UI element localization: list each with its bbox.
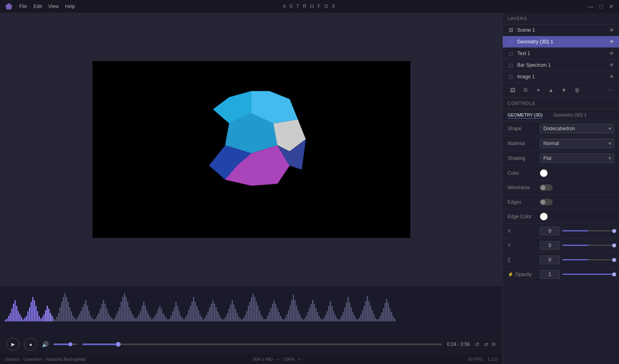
minimize-button[interactable]: — bbox=[588, 4, 593, 9]
layer-settings-button[interactable]: ✦ bbox=[533, 85, 543, 95]
waveform-bar bbox=[60, 307, 61, 321]
shading-select[interactable]: Flat Smooth None bbox=[540, 153, 614, 163]
move-layer-down-button[interactable]: ▼ bbox=[559, 85, 569, 95]
waveform-bar bbox=[236, 313, 238, 321]
move-layer-up-button[interactable]: ▲ bbox=[546, 85, 556, 95]
layer-barspectrum1[interactable]: ▢ Bar Spectrum 1 👁 bbox=[503, 59, 619, 71]
waveform-bar bbox=[243, 318, 244, 321]
material-select[interactable]: Normal Lambert Phong Standard bbox=[540, 139, 614, 148]
zoom-plus-btn[interactable]: + bbox=[298, 357, 300, 362]
waveform-bar bbox=[16, 306, 17, 321]
waveform-bar bbox=[64, 293, 66, 321]
opacity-input[interactable] bbox=[540, 270, 560, 279]
stop-button[interactable]: ■ bbox=[24, 338, 37, 351]
menu-edit[interactable]: Edit bbox=[33, 4, 42, 9]
waveform-bar bbox=[238, 317, 239, 321]
waveform-bar bbox=[307, 312, 308, 321]
tab-geometry3d[interactable]: GEOMETRY (3D) bbox=[508, 112, 543, 119]
x-slider[interactable] bbox=[562, 230, 614, 231]
waveform-bar bbox=[388, 303, 389, 321]
edges-toggle[interactable] bbox=[540, 199, 553, 205]
wireframe-toggle[interactable] bbox=[540, 184, 553, 191]
waveform-bar bbox=[68, 302, 69, 321]
waveform-bar bbox=[53, 318, 54, 321]
loop-button[interactable]: ↺ bbox=[475, 341, 479, 348]
duplicate-layer-button[interactable]: ⧉ bbox=[520, 85, 530, 95]
controls-header: CONTROLS bbox=[503, 98, 619, 109]
waveform-bar bbox=[19, 314, 21, 321]
waveform-bar bbox=[24, 318, 25, 321]
layers-section: LAYERS 🖼 Scene 1 👁 ⬡ Geometry (3D) 1 👁 ▢… bbox=[503, 13, 619, 98]
layer-scene1-visibility[interactable]: 👁 bbox=[609, 27, 614, 33]
waveform-bar bbox=[331, 306, 333, 321]
waveform-bar bbox=[148, 314, 149, 321]
volume-icon[interactable]: 🔊 bbox=[42, 341, 49, 348]
layer-image1-visibility[interactable]: 👁 bbox=[609, 74, 614, 80]
waveform-bar bbox=[84, 304, 85, 321]
waveform-bar bbox=[228, 309, 230, 321]
waveform-bar bbox=[55, 319, 56, 321]
layer-image1[interactable]: ▢ Image 1 👁 bbox=[503, 71, 619, 83]
status-center: 854 x 480 — 100% + bbox=[253, 357, 300, 362]
waveform-bar bbox=[122, 297, 123, 321]
edge-color-swatch[interactable] bbox=[540, 213, 548, 221]
shading-select-wrapper: Flat Smooth None bbox=[540, 153, 614, 163]
close-button[interactable]: ✕ bbox=[609, 4, 614, 9]
status-bar: Various - Unwritten - Natasha Bedingfiel… bbox=[0, 354, 502, 364]
waveform-bar bbox=[92, 318, 93, 321]
opacity-slider[interactable] bbox=[562, 274, 614, 275]
waveform-bar bbox=[364, 306, 365, 321]
waveform-bar bbox=[106, 309, 107, 321]
layer-text1-visibility[interactable]: 👁 bbox=[609, 51, 614, 56]
waveform-bar bbox=[162, 313, 164, 321]
waveform-bar bbox=[311, 304, 312, 321]
waveform-bar bbox=[230, 305, 231, 321]
menu-file[interactable]: File bbox=[19, 4, 27, 9]
waveform-bar bbox=[322, 319, 323, 321]
tab-geometry3d1[interactable]: Geometry (3D) 1 bbox=[553, 112, 586, 119]
y-slider[interactable] bbox=[562, 245, 614, 246]
shape-select[interactable]: Dodecahedron Cube Sphere Icosahedron bbox=[540, 124, 614, 133]
menu-view[interactable]: View bbox=[48, 4, 59, 9]
color-swatch[interactable] bbox=[540, 169, 548, 177]
x-control bbox=[540, 227, 614, 235]
playback-settings-icon[interactable]: ⚙ bbox=[491, 342, 496, 347]
layer-scene1[interactable]: 🖼 Scene 1 👁 bbox=[503, 25, 619, 36]
progress-slider[interactable] bbox=[82, 344, 442, 345]
waveform-bar bbox=[190, 306, 191, 321]
controls-tabs: GEOMETRY (3D) · Geometry (3D) 1 bbox=[503, 109, 619, 121]
waveform-bar bbox=[108, 313, 109, 321]
layer-geometry3d1[interactable]: ⬡ Geometry (3D) 1 👁 bbox=[503, 36, 619, 48]
waveform-bar bbox=[26, 316, 27, 321]
y-input[interactable] bbox=[540, 241, 560, 250]
waveform-bar bbox=[286, 314, 288, 321]
add-layer-button[interactable]: 🖼 bbox=[508, 85, 517, 95]
waveform-area[interactable] bbox=[0, 286, 502, 334]
waveform-bar bbox=[309, 308, 310, 321]
menu-help[interactable]: Help bbox=[65, 4, 75, 9]
layer-toolbar-more[interactable]: ··· bbox=[608, 86, 614, 94]
z-input[interactable] bbox=[540, 256, 560, 264]
waveform-bar bbox=[154, 316, 156, 321]
play-button[interactable]: ▶ bbox=[6, 338, 19, 351]
maximize-button[interactable]: □ bbox=[598, 4, 604, 9]
waveform-bar bbox=[100, 309, 101, 321]
waveform-bar bbox=[76, 319, 77, 321]
z-slider[interactable] bbox=[562, 259, 614, 260]
x-input[interactable] bbox=[540, 227, 560, 235]
shape-control-row: Shape Dodecahedron Cube Sphere Icosahedr… bbox=[503, 121, 619, 136]
waveform-bar bbox=[74, 318, 75, 321]
waveform-bar bbox=[29, 307, 30, 321]
layer-barspectrum1-visibility[interactable]: 👁 bbox=[609, 62, 614, 68]
delete-layer-button[interactable]: 🗑 bbox=[572, 85, 582, 95]
volume-slider[interactable] bbox=[53, 344, 78, 345]
status-left: Various - Unwritten - Natasha Bedingfiel… bbox=[5, 357, 86, 362]
waveform-bar bbox=[222, 319, 223, 321]
layer-text1[interactable]: ▢ Text 1 👁 bbox=[503, 48, 619, 59]
waveform-bar bbox=[199, 314, 201, 321]
waveform-bar bbox=[56, 317, 58, 321]
x-value bbox=[540, 227, 614, 235]
preview-canvas bbox=[93, 61, 410, 238]
forward-icon[interactable]: ⇄ bbox=[484, 342, 488, 347]
layer-geometry3d1-visibility[interactable]: 👁 bbox=[609, 39, 614, 45]
